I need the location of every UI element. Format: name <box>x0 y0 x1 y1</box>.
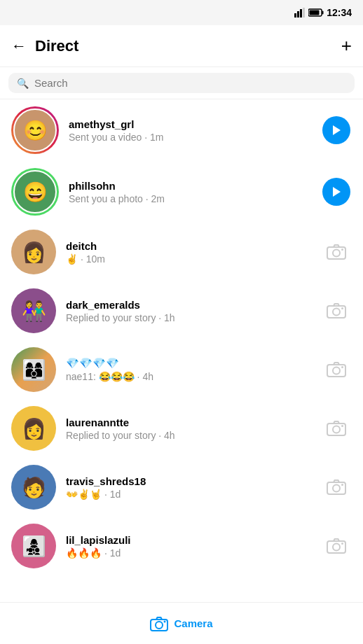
svg-point-17 <box>341 366 343 368</box>
camera-action-button[interactable] <box>321 413 352 444</box>
status-bar: 12:34 <box>0 0 363 25</box>
svg-rect-0 <box>294 13 296 18</box>
message-username: amethyst_grl <box>69 118 311 130</box>
avatar: 😄 <box>11 168 59 216</box>
play-button[interactable] <box>321 115 352 146</box>
camera-action-button[interactable] <box>321 531 352 561</box>
message-list: 😊 amethyst_grl Sent you a video · 1m 😄 <box>0 99 363 599</box>
list-item[interactable]: 😊 amethyst_grl Sent you a video · 1m <box>0 99 363 161</box>
signal-icon <box>294 8 306 18</box>
status-time: 12:34 <box>327 7 352 18</box>
camera-action-button[interactable] <box>321 354 352 385</box>
list-item[interactable]: 👩‍👧‍👦 lil_lapislazuli 🔥🔥🔥 · 1d <box>0 517 363 575</box>
message-preview: Sent you a video · 1m <box>69 132 311 143</box>
list-item[interactable]: 👩 deitch ✌️ · 10m <box>0 223 363 281</box>
svg-marker-8 <box>333 187 341 197</box>
search-bar[interactable]: 🔍 <box>8 73 355 93</box>
svg-point-26 <box>341 542 343 545</box>
svg-rect-2 <box>300 9 302 18</box>
message-preview: 👐✌️🤘 · 1d <box>66 489 311 500</box>
svg-point-25 <box>333 544 340 551</box>
message-username: 💎💎💎💎 <box>66 357 311 370</box>
message-content: deitch ✌️ · 10m <box>66 240 311 265</box>
camera-action-icon <box>327 244 346 260</box>
svg-point-11 <box>341 248 343 251</box>
status-icons: 12:34 <box>294 7 352 18</box>
camera-action-icon <box>327 479 346 496</box>
message-content: phillsohn Sent you a photo · 2m <box>69 180 311 204</box>
camera-action-icon <box>327 302 346 319</box>
avatar: 👩‍👩‍👦 <box>11 347 56 392</box>
avatar: 👩 <box>11 406 56 451</box>
message-username: dark_emeralds <box>66 299 311 311</box>
header-left: ← Direct <box>11 37 78 55</box>
svg-point-19 <box>333 426 340 433</box>
svg-rect-3 <box>303 8 305 18</box>
message-preview: Sent you a photo · 2m <box>69 193 311 204</box>
camera-action-icon <box>327 361 346 378</box>
message-username: deitch <box>66 240 311 252</box>
camera-icon <box>150 616 168 631</box>
avatar: 👩‍👧‍👦 <box>11 524 56 568</box>
avatar: 😊 <box>11 106 59 154</box>
svg-rect-5 <box>322 11 324 15</box>
svg-point-20 <box>341 425 343 427</box>
search-icon: 🔍 <box>17 78 29 89</box>
bottom-camera-bar[interactable]: Camera <box>0 602 363 644</box>
svg-point-16 <box>333 368 340 374</box>
message-preview: ✌️ · 10m <box>66 253 311 265</box>
search-container: 🔍 <box>0 67 363 99</box>
svg-marker-7 <box>333 125 341 135</box>
message-content: amethyst_grl Sent you a video · 1m <box>69 118 311 143</box>
camera-action-icon <box>327 538 346 554</box>
svg-rect-1 <box>297 11 299 18</box>
avatar: 👫 <box>11 288 56 333</box>
new-message-button[interactable]: + <box>341 35 352 57</box>
message-username: phillsohn <box>69 180 311 192</box>
camera-action-button[interactable] <box>321 472 352 503</box>
list-item[interactable]: 😄 phillsohn Sent you a photo · 2m <box>0 161 363 223</box>
message-preview: nae11: 😂😂😂 · 4h <box>66 371 311 382</box>
svg-point-13 <box>333 309 340 316</box>
svg-point-14 <box>341 307 343 309</box>
svg-rect-6 <box>310 10 320 15</box>
message-content: lil_lapislazuli 🔥🔥🔥 · 1d <box>66 534 311 559</box>
play-icon <box>322 116 350 144</box>
svg-point-23 <box>341 484 343 486</box>
back-button[interactable]: ← <box>11 37 27 55</box>
svg-point-28 <box>156 622 163 629</box>
page-title: Direct <box>35 37 78 55</box>
camera-action-icon <box>327 420 346 437</box>
play-button[interactable] <box>321 176 352 207</box>
message-content: laurenanntte Replied to your story · 4h <box>66 416 311 441</box>
camera-label: Camera <box>174 617 212 629</box>
list-item[interactable]: 👩‍👩‍👦 💎💎💎💎 nae11: 😂😂😂 · 4h <box>0 340 363 399</box>
message-preview: 🔥🔥🔥 · 1d <box>66 547 311 559</box>
header: ← Direct + <box>0 25 363 67</box>
search-input[interactable] <box>34 77 346 89</box>
camera-action-button[interactable] <box>321 295 352 326</box>
message-preview: Replied to your story · 1h <box>66 312 311 323</box>
svg-point-10 <box>333 250 340 257</box>
list-item[interactable]: 👫 dark_emeralds Replied to your story · … <box>0 281 363 340</box>
avatar: 👩 <box>11 230 56 274</box>
list-item[interactable]: 🧑 travis_shreds18 👐✌️🤘 · 1d <box>0 458 363 517</box>
message-content: travis_shreds18 👐✌️🤘 · 1d <box>66 475 311 500</box>
svg-point-29 <box>164 620 166 622</box>
list-item[interactable]: 👩 laurenanntte Replied to your story · 4… <box>0 399 363 458</box>
play-icon <box>322 178 350 206</box>
message-username: travis_shreds18 <box>66 475 311 487</box>
message-content: 💎💎💎💎 nae11: 😂😂😂 · 4h <box>66 357 311 382</box>
message-username: lil_lapislazuli <box>66 534 311 546</box>
svg-point-22 <box>333 485 340 492</box>
message-preview: Replied to your story · 4h <box>66 430 311 441</box>
camera-action-button[interactable] <box>321 237 352 267</box>
message-username: laurenanntte <box>66 416 311 428</box>
avatar: 🧑 <box>11 465 56 510</box>
battery-icon <box>308 8 324 17</box>
message-content: dark_emeralds Replied to your story · 1h <box>66 299 311 323</box>
